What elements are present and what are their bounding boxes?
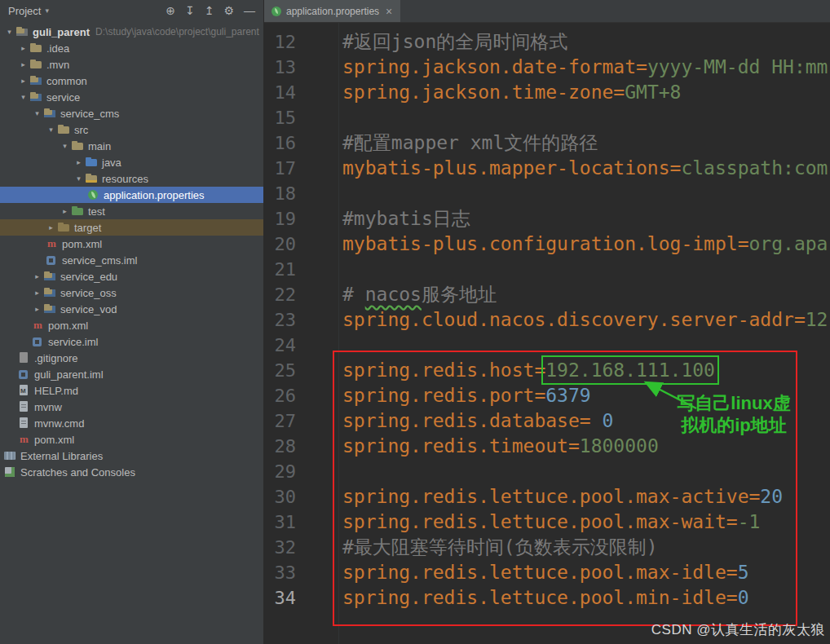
code-line[interactable]: 17mybatis-plus.mapper-locations=classpat… <box>263 156 830 181</box>
chevron-collapsed-icon[interactable]: ▸ <box>59 207 71 215</box>
code-line[interactable]: 33spring.redis.lettuce.pool.max-idle=5 <box>263 560 830 585</box>
project-folder-icon <box>15 25 29 38</box>
code-line[interactable]: 28spring.redis.timeout=1800000 <box>263 434 830 459</box>
tree-item-service-oss[interactable]: ▸service_oss <box>0 285 263 301</box>
code-line[interactable]: 21 <box>263 257 830 282</box>
chevron-expanded-icon[interactable]: ▾ <box>73 174 85 183</box>
chevron-collapsed-icon[interactable]: ▸ <box>17 77 29 85</box>
tab-application-properties[interactable]: application.properties × <box>263 0 400 22</box>
tree-item-label: service.iml <box>48 336 98 348</box>
project-tool-window-selector[interactable]: Project ▾ <box>8 5 49 17</box>
tree-item-label: main <box>88 140 111 152</box>
chevron-collapsed-icon[interactable]: ▸ <box>31 272 43 280</box>
tree-item-idea[interactable]: ▸.idea <box>0 40 263 56</box>
code-editor[interactable]: 12#返回json的全局时间格式13spring.jackson.date-fo… <box>263 23 830 611</box>
resources-folder-icon <box>85 172 99 185</box>
tree-item-guli-parent-iml[interactable]: guli_parent.iml <box>0 366 263 382</box>
tree-item-application-properties[interactable]: application.properties <box>0 187 263 203</box>
tree-item-label: HELP.md <box>34 385 78 397</box>
line-number: 34 <box>263 585 342 611</box>
tree-item-service-cms[interactable]: ▾service_cms <box>0 105 263 121</box>
code-text: #返回json的全局时间格式 <box>342 29 567 55</box>
code-line[interactable]: 29 <box>263 459 830 484</box>
code-text: mybatis-plus.mapper-locations=classpath:… <box>342 156 828 181</box>
chevron-expanded-icon[interactable]: ▾ <box>17 93 29 101</box>
hide-panel-icon[interactable]: — <box>244 5 255 16</box>
module-folder-icon <box>43 107 57 120</box>
code-line[interactable]: 16#配置mapper xml文件的路径 <box>263 130 830 156</box>
tree-item-common[interactable]: ▸common <box>0 73 263 89</box>
code-line[interactable]: 19#mybatis日志 <box>263 206 830 232</box>
folder-icon <box>57 123 71 136</box>
code-line[interactable]: 34spring.redis.lettuce.pool.min-idle=0 <box>263 585 830 611</box>
settings-icon[interactable]: ⚙ <box>223 5 234 16</box>
tree-item-service-vod[interactable]: ▸service_vod <box>0 301 263 317</box>
excluded-folder-icon <box>57 221 71 234</box>
code-line[interactable]: 32#最大阻塞等待时间(负数表示没限制) <box>263 535 830 560</box>
tree-item-service[interactable]: ▾service <box>0 89 263 105</box>
code-text: spring.jackson.date-format=yyyy-MM-dd HH… <box>342 55 828 80</box>
code-line[interactable]: 22# nacos服务地址 <box>263 282 830 307</box>
chevron-expanded-icon[interactable]: ▾ <box>3 28 15 36</box>
tree-item-src[interactable]: ▾src <box>0 121 263 138</box>
chevron-expanded-icon[interactable]: ▾ <box>59 142 71 150</box>
code-line[interactable]: 12#返回json的全局时间格式 <box>263 29 830 55</box>
code-line[interactable]: 14spring.jackson.time-zone=GMT+8 <box>263 80 830 105</box>
code-line[interactable]: 26spring.redis.port=6379 <box>263 383 830 408</box>
tree-item-service-cms-iml[interactable]: service_cms.iml <box>0 252 263 268</box>
code-line[interactable]: 15 <box>263 105 830 130</box>
code-line[interactable]: 23spring.cloud.nacos.discovery.server-ad… <box>263 307 830 333</box>
tree-item-label: mvnw.cmd <box>34 417 84 430</box>
tree-item-test[interactable]: ▸test <box>0 203 263 219</box>
code-segment: classpath:com <box>681 157 828 179</box>
chevron-expanded-icon[interactable]: ▾ <box>45 126 57 134</box>
tree-item-guli-parent[interactable]: ▾guli_parentD:\study\java\code\project\g… <box>0 24 263 40</box>
code-line[interactable]: 20mybatis-plus.configuration.log-impl=or… <box>263 232 830 257</box>
code-segment: spring.jackson.time-zone= <box>342 82 625 103</box>
iml-file-icon <box>31 335 45 348</box>
tree-item-service-iml[interactable]: service.iml <box>0 333 263 350</box>
tree-item-pom-xml[interactable]: pom.xml <box>0 431 263 448</box>
chevron-collapsed-icon[interactable]: ▸ <box>17 60 29 68</box>
chevron-collapsed-icon[interactable]: ▸ <box>73 158 85 166</box>
expand-all-icon[interactable]: ↧ <box>185 5 195 16</box>
chevron-collapsed-icon[interactable]: ▸ <box>45 223 57 232</box>
line-number: 32 <box>263 535 342 560</box>
tree-item-pom-xml[interactable]: pom.xml <box>0 317 263 333</box>
code-text: spring.redis.lettuce.pool.max-idle=5 <box>342 560 749 585</box>
tree-item-mvnw-cmd[interactable]: mvnw.cmd <box>0 415 263 431</box>
maven-file-icon <box>31 319 45 332</box>
code-line[interactable]: 24 <box>263 333 830 358</box>
code-line[interactable]: 27spring.redis.database= 0 <box>263 408 830 434</box>
tree-item-resources[interactable]: ▾resources <box>0 170 263 187</box>
collapse-all-icon[interactable]: ↥ <box>205 5 214 16</box>
tab-close-icon[interactable]: × <box>386 5 392 18</box>
code-segment: spring.redis.lettuce.pool.min-idle= <box>342 587 738 608</box>
chevron-collapsed-icon[interactable]: ▸ <box>17 44 29 52</box>
tree-item-label: pom.xml <box>34 434 74 446</box>
line-number: 21 <box>263 257 342 282</box>
chevron-collapsed-icon[interactable]: ▸ <box>31 289 43 297</box>
tree-item-label: External Libraries <box>20 450 103 462</box>
tree-item-mvnw[interactable]: mvnw <box>0 399 263 415</box>
code-line[interactable]: 13spring.jackson.date-format=yyyy-MM-dd … <box>263 55 830 80</box>
code-line[interactable]: 30spring.redis.lettuce.pool.max-active=2… <box>263 484 830 509</box>
tree-item-mvn[interactable]: ▸.mvn <box>0 56 263 73</box>
code-line[interactable]: 18 <box>263 181 830 206</box>
tree-item-target[interactable]: ▸target <box>0 219 263 236</box>
code-line[interactable]: 31spring.redis.lettuce.pool.max-wait=-1 <box>263 509 830 535</box>
locate-file-icon[interactable]: ⊕ <box>166 5 175 16</box>
tree-item-external-libraries[interactable]: External Libraries <box>0 448 263 464</box>
tree-item-gitignore[interactable]: .gitignore <box>0 350 263 366</box>
tree-item-main[interactable]: ▾main <box>0 138 263 154</box>
tree-item-scratches-and-consoles[interactable]: Scratches and Consoles <box>0 464 263 480</box>
project-path: D:\study\java\code\project\guli_parent <box>95 26 259 37</box>
line-number: 26 <box>263 383 342 408</box>
tree-item-help-md[interactable]: HELP.md <box>0 382 263 399</box>
code-line[interactable]: 25spring.redis.host=192.168.111.100 <box>263 358 830 383</box>
chevron-expanded-icon[interactable]: ▾ <box>31 109 43 117</box>
tree-item-pom-xml[interactable]: pom.xml <box>0 236 263 252</box>
chevron-collapsed-icon[interactable]: ▸ <box>31 305 43 313</box>
tree-item-service-edu[interactable]: ▸service_edu <box>0 268 263 285</box>
tree-item-java[interactable]: ▸java <box>0 154 263 170</box>
